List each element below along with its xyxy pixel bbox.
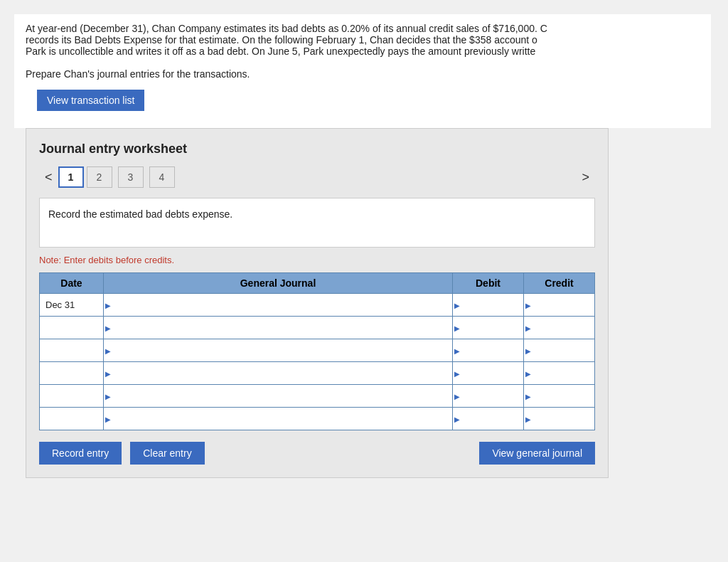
- journal-input-2[interactable]: [109, 322, 446, 333]
- table-row: Dec 31: [40, 294, 595, 317]
- date-cell-2: [40, 317, 104, 339]
- journal-cell-3[interactable]: [104, 339, 453, 362]
- credit-input-2[interactable]: [530, 322, 589, 333]
- prepare-text: Prepare Chan's journal entries for the t…: [26, 68, 700, 80]
- tab-3[interactable]: 3: [118, 166, 144, 188]
- col-header-journal: General Journal: [104, 273, 453, 294]
- debit-input-3[interactable]: [459, 345, 518, 356]
- journal-input-3[interactable]: [109, 345, 446, 356]
- debit-input-6[interactable]: [459, 413, 518, 424]
- journal-input-4[interactable]: [109, 368, 446, 378]
- table-row: [40, 317, 595, 339]
- debit-cell-6[interactable]: [453, 408, 524, 430]
- prev-tab-button[interactable]: <: [39, 171, 58, 184]
- credit-cell-6[interactable]: [524, 408, 595, 430]
- credit-input-1[interactable]: [530, 299, 589, 310]
- clear-entry-button[interactable]: Clear entry: [130, 442, 204, 465]
- col-header-credit: Credit: [524, 273, 595, 294]
- debit-cell-3[interactable]: [453, 339, 524, 362]
- worksheet-container: Journal entry worksheet < 1 2 3 4 > Reco…: [26, 128, 609, 478]
- table-row: [40, 408, 595, 430]
- debit-input-2[interactable]: [459, 322, 518, 333]
- description-line-2: records its Bad Debts Expense for that e…: [26, 34, 700, 46]
- view-general-journal-button[interactable]: View general journal: [479, 442, 595, 465]
- note-text: Note: Enter debits before credits.: [39, 255, 595, 265]
- worksheet-title: Journal entry worksheet: [39, 142, 595, 157]
- date-cell-3: [40, 339, 104, 362]
- table-row: [40, 339, 595, 362]
- journal-cell-2[interactable]: [104, 317, 453, 339]
- journal-input-6[interactable]: [109, 413, 446, 424]
- debit-input-5[interactable]: [459, 391, 518, 401]
- debit-input-1[interactable]: [459, 299, 518, 310]
- description-section: At year-end (December 31), Chan Company …: [14, 14, 711, 83]
- date-cell-6: [40, 408, 104, 430]
- journal-cell-6[interactable]: [104, 408, 453, 430]
- journal-cell-4[interactable]: [104, 362, 453, 385]
- next-tab-button[interactable]: >: [576, 171, 595, 184]
- tab-1[interactable]: 1: [58, 166, 84, 188]
- table-row: [40, 385, 595, 408]
- date-cell-5: [40, 385, 104, 408]
- col-header-date: Date: [40, 273, 104, 294]
- credit-input-5[interactable]: [530, 391, 589, 401]
- credit-cell-2[interactable]: [524, 317, 595, 339]
- journal-cell-1[interactable]: [104, 294, 453, 317]
- bottom-buttons: Record entry Clear entry View general jo…: [39, 442, 595, 465]
- col-header-debit: Debit: [453, 273, 524, 294]
- record-entry-button[interactable]: Record entry: [39, 442, 122, 465]
- tabs-row: < 1 2 3 4 >: [39, 166, 595, 188]
- debit-cell-1[interactable]: [453, 294, 524, 317]
- debit-cell-4[interactable]: [453, 362, 524, 385]
- instruction-text: Record the estimated bad debts expense.: [48, 208, 232, 220]
- credit-cell-4[interactable]: [524, 362, 595, 385]
- date-cell-1: Dec 31: [40, 294, 104, 317]
- tab-2[interactable]: 2: [87, 166, 112, 188]
- debit-cell-2[interactable]: [453, 317, 524, 339]
- credit-input-6[interactable]: [530, 413, 589, 424]
- credit-cell-1[interactable]: [524, 294, 595, 317]
- table-row: [40, 362, 595, 385]
- credit-input-3[interactable]: [530, 345, 589, 356]
- credit-cell-5[interactable]: [524, 385, 595, 408]
- view-transaction-list-button[interactable]: View transaction list: [37, 90, 144, 111]
- journal-cell-5[interactable]: [104, 385, 453, 408]
- journal-table: Date General Journal Debit Credit Dec 31: [39, 272, 595, 430]
- tab-4[interactable]: 4: [149, 166, 175, 188]
- journal-input-1[interactable]: [109, 299, 446, 310]
- debit-input-4[interactable]: [459, 368, 518, 378]
- description-line-3: Park is uncollectible and writes it off …: [26, 46, 700, 57]
- description-line-1: At year-end (December 31), Chan Company …: [26, 23, 700, 34]
- journal-input-5[interactable]: [109, 391, 446, 401]
- instruction-box: Record the estimated bad debts expense.: [39, 198, 595, 248]
- debit-cell-5[interactable]: [453, 385, 524, 408]
- credit-cell-3[interactable]: [524, 339, 595, 362]
- credit-input-4[interactable]: [530, 368, 589, 378]
- date-cell-4: [40, 362, 104, 385]
